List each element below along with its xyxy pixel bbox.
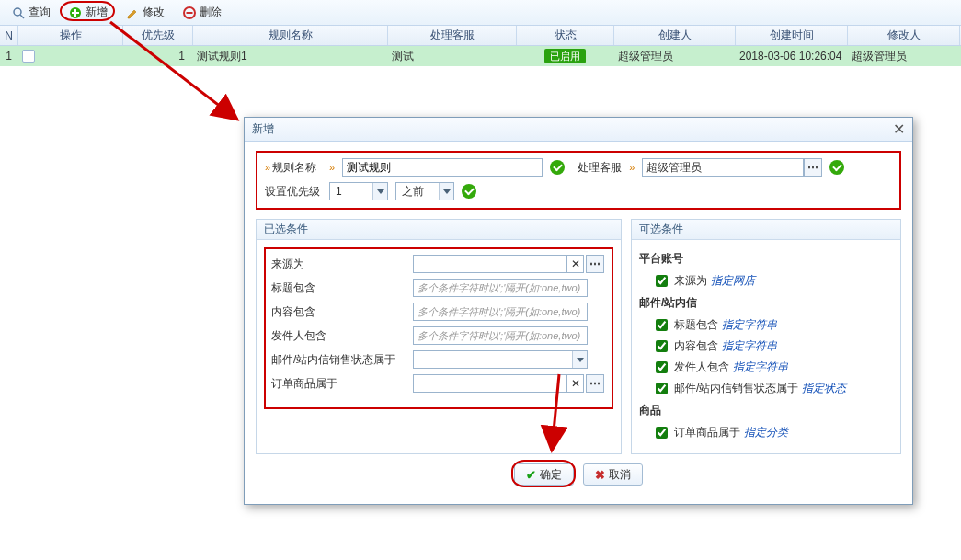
link-store[interactable]: 指定网店: [711, 273, 755, 289]
chk-sender[interactable]: [656, 361, 668, 373]
priority-label: 设置优先级: [265, 184, 322, 200]
chevron-down-icon[interactable]: [372, 183, 387, 200]
svg-point-0: [14, 8, 21, 16]
cond-title-label: 标题包含: [271, 280, 407, 296]
chk-content[interactable]: [656, 340, 668, 352]
chk-title-label: 标题包含: [674, 317, 718, 333]
plus-icon: [69, 6, 82, 19]
col-op[interactable]: 操作: [18, 26, 123, 45]
cell-createdtime: 2018-03-06 10:26:04: [736, 50, 848, 63]
service-label: 处理客服: [578, 160, 622, 176]
col-service[interactable]: 处理客服: [388, 26, 517, 45]
edit-label: 修改: [143, 5, 165, 20]
cancel-label: 取消: [609, 467, 631, 483]
svg-line-1: [20, 15, 24, 18]
check-ok-icon: [550, 160, 565, 175]
mailstate-combo[interactable]: [413, 350, 588, 369]
link-string[interactable]: 指定字符串: [722, 317, 777, 333]
available-panel-title: 可选条件: [632, 220, 900, 240]
form-section: »规则名称 » 处理客服 » 超级管理员 ⋯ 设置优先级 1: [256, 151, 901, 210]
source-field[interactable]: [413, 255, 567, 273]
rules-grid: N 操作 优先级 规则名称 处理客服 状态 创建人 创建时间 修改人 1 1 测…: [0, 26, 961, 66]
cond-orderitem-label: 订单商品属于: [271, 376, 407, 392]
required-mark-icon: »: [629, 162, 635, 173]
chk-content-label: 内容包含: [674, 338, 718, 354]
selected-panel-title: 已选条件: [257, 220, 621, 240]
rule-name-input[interactable]: [342, 158, 543, 177]
cell-createdby: 超级管理员: [614, 49, 736, 64]
clear-icon[interactable]: ✕: [567, 374, 584, 393]
chk-sender-label: 发件人包含: [674, 360, 729, 375]
chk-ordergoods[interactable]: [656, 427, 668, 439]
cancel-button[interactable]: ✖ 取消: [583, 463, 643, 486]
available-conditions-panel: 可选条件 平台账号 来源为 指定网店 邮件/站内信 标题包含 指定字符串: [631, 219, 901, 454]
col-priority[interactable]: 优先级: [123, 26, 193, 45]
query-button[interactable]: 查询: [4, 3, 59, 23]
chevron-down-icon[interactable]: [572, 351, 587, 368]
selected-conditions-panel: 已选条件 来源为 ✕ ⋯ 标题包含 多个: [256, 219, 622, 454]
close-icon[interactable]: ✕: [893, 120, 905, 138]
col-modifiedby[interactable]: 修改人: [848, 26, 960, 45]
table-row[interactable]: 1 1 测试规则1 测试 已启用 超级管理员 2018-03-06 10:26:…: [0, 46, 961, 66]
cell-state: 已启用: [517, 49, 614, 63]
rule-name-label: »规则名称: [265, 160, 322, 176]
search-icon: [12, 6, 25, 19]
cat-goods: 商品: [639, 403, 893, 418]
cat-mail: 邮件/站内信: [639, 295, 893, 311]
position-combo[interactable]: 之前: [395, 182, 454, 200]
source-picker-button[interactable]: ⋯: [586, 255, 604, 273]
cond-source-label: 来源为: [271, 257, 407, 272]
cond-content-label: 内容包含: [271, 304, 407, 320]
cell-modifiedby: 超级管理员: [848, 49, 960, 64]
link-state[interactable]: 指定状态: [802, 381, 846, 396]
chk-mailstate[interactable]: [656, 383, 668, 394]
dialog-titlebar[interactable]: 新增 ✕: [245, 118, 912, 142]
chevron-down-icon[interactable]: [439, 183, 453, 200]
minus-icon: [183, 6, 196, 19]
add-button[interactable]: 新增: [61, 3, 116, 23]
check-ok-icon: [462, 184, 476, 199]
cell-service: 测试: [388, 49, 517, 64]
chk-mailstate-label: 邮件/站内信销售状态属于: [674, 381, 798, 396]
edit-button[interactable]: 修改: [118, 3, 173, 23]
status-badge: 已启用: [544, 49, 586, 63]
col-createdtime[interactable]: 创建时间: [736, 26, 848, 45]
svg-rect-6: [187, 12, 193, 14]
content-contains-input[interactable]: 多个条件字符时以';'隔开(如:one,two): [413, 303, 588, 321]
cell-priority: 1: [123, 50, 193, 63]
service-input[interactable]: 超级管理员: [642, 158, 804, 177]
chk-ordergoods-label: 订单商品属于: [674, 425, 740, 440]
col-name[interactable]: 规则名称: [193, 26, 388, 45]
orderitem-field[interactable]: [413, 374, 567, 393]
svg-rect-4: [72, 12, 79, 14]
top-toolbar: 查询 新增 修改 删除: [0, 0, 961, 26]
sender-contains-input[interactable]: 多个条件字符时以';'隔开(如:one,two): [413, 326, 588, 345]
col-n[interactable]: N: [0, 26, 18, 45]
close-icon: ✖: [595, 468, 605, 482]
link-string[interactable]: 指定字符串: [733, 360, 788, 375]
col-createdby[interactable]: 创建人: [614, 26, 736, 45]
chk-title[interactable]: [656, 319, 668, 331]
required-mark-icon: »: [329, 162, 335, 173]
row-icon[interactable]: [22, 50, 35, 63]
orderitem-picker-button[interactable]: ⋯: [586, 374, 604, 393]
delete-button[interactable]: 删除: [175, 3, 230, 23]
link-category[interactable]: 指定分类: [744, 425, 788, 440]
service-picker-button[interactable]: ⋯: [804, 158, 822, 177]
priority-combo[interactable]: 1: [329, 182, 388, 200]
chk-source[interactable]: [656, 275, 668, 287]
chk-source-label: 来源为: [674, 273, 707, 289]
add-label: 新增: [86, 5, 108, 20]
cell-name: 测试规则1: [193, 49, 388, 64]
delete-label: 删除: [200, 5, 222, 20]
ok-button[interactable]: ✔ 确定: [514, 463, 574, 486]
add-dialog: 新增 ✕ »规则名称 » 处理客服 » 超级管理员 ⋯ 设置优先级 1: [244, 117, 913, 505]
pencil-icon: [126, 6, 139, 19]
col-state[interactable]: 状态: [517, 26, 614, 45]
cond-mailstate-label: 邮件/站内信销售状态属于: [271, 352, 407, 368]
title-contains-input[interactable]: 多个条件字符时以';'隔开(如:one,two): [413, 279, 588, 297]
cell-n: 1: [0, 50, 18, 63]
clear-icon[interactable]: ✕: [567, 255, 584, 273]
dialog-title-text: 新增: [252, 121, 274, 137]
link-string[interactable]: 指定字符串: [722, 338, 777, 354]
